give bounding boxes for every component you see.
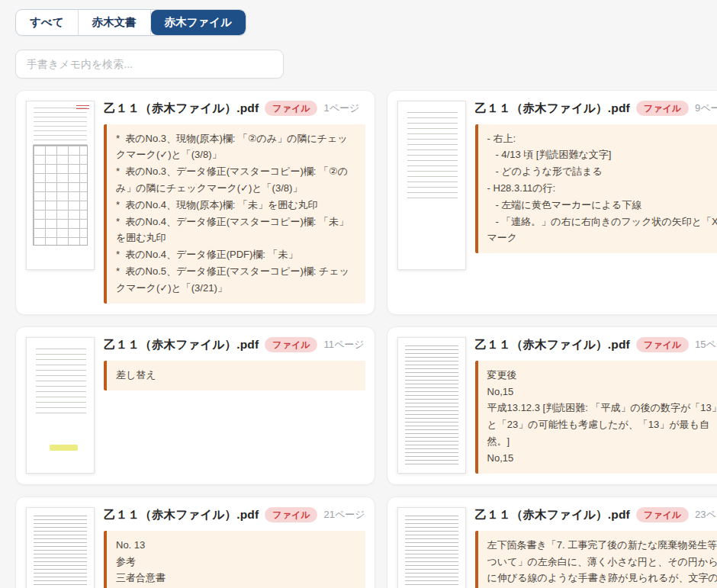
document-card[interactable]: 乙１１（赤木ファイル）.pdf ファイル 23ページ 左下箇条書き「7. 工事完… — [387, 496, 717, 588]
document-card[interactable]: 乙１１（赤木ファイル）.pdf ファイル 21ページ No. 13 参考 三者合… — [15, 496, 375, 588]
card-content: 乙１１（赤木ファイル）.pdf ファイル 11ページ 差し替え — [104, 337, 365, 474]
document-thumbnail — [26, 507, 95, 588]
card-title-row: 乙１１（赤木ファイル）.pdf ファイル 11ページ — [104, 337, 365, 353]
card-content: 乙１１（赤木ファイル）.pdf ファイル 15ページ 変更後 No,15 平成1… — [475, 337, 717, 474]
document-thumbnail — [397, 507, 466, 588]
handwritten-note-text: * 表のNo.3、現物(原本)欄: 「②のみ」の隣にチェックマーク(✓)と「(3… — [104, 124, 365, 304]
document-title: 乙１１（赤木ファイル）.pdf — [475, 337, 630, 353]
card-content: 乙１１（赤木ファイル）.pdf ファイル 23ページ 左下箇条書き「7. 工事完… — [475, 507, 717, 588]
document-title: 乙１１（赤木ファイル）.pdf — [104, 101, 259, 117]
card-content: 乙１１（赤木ファイル）.pdf ファイル 9ページ - 右上: - 4/13 頃… — [475, 101, 717, 304]
document-thumbnail — [397, 337, 466, 474]
thumbnail-text-lines — [405, 345, 458, 465]
page-number-label: 23ページ — [695, 508, 717, 522]
card-title-row: 乙１１（赤木ファイル）.pdf ファイル 1ページ — [104, 101, 365, 117]
handwritten-note-text: 左下箇条書き「7. 工事完了後の新たな廃棄物発生等について」の左余白に、薄く小さ… — [475, 531, 717, 588]
document-title: 乙１１（赤木ファイル）.pdf — [104, 337, 259, 353]
file-type-badge: ファイル — [636, 101, 689, 116]
document-card[interactable]: 乙１１（赤木ファイル）.pdf ファイル 1ページ * 表のNo.3、現物(原本… — [15, 90, 375, 315]
page-number-label: 11ページ — [323, 338, 364, 352]
search-input[interactable] — [15, 50, 284, 79]
thumbnail-text-lines — [405, 516, 458, 588]
handwritten-note-text: 変更後 No,15 平成13.12.3 [判読困難: 「平成」の後の数字が「13… — [475, 361, 717, 474]
thumbnail-text-lines — [34, 516, 87, 588]
card-title-row: 乙１１（赤木ファイル）.pdf ファイル 23ページ — [475, 507, 717, 523]
file-type-badge: ファイル — [265, 337, 317, 352]
document-thumbnail — [26, 337, 95, 474]
card-title-row: 乙１１（赤木ファイル）.pdf ファイル 9ページ — [475, 101, 717, 117]
thumbnail-text-lines — [36, 349, 86, 416]
document-search-page: すべて赤木文書赤木ファイル 乙１１（赤木ファイル）.pdf ファイル 1ページ … — [0, 0, 717, 588]
thumbnail-table-grid — [33, 145, 88, 246]
document-card[interactable]: 乙１１（赤木ファイル）.pdf ファイル 15ページ 変更後 No,15 平成1… — [387, 326, 717, 485]
tab-all[interactable]: すべて — [16, 10, 79, 35]
card-title-row: 乙１１（赤木ファイル）.pdf ファイル 15ページ — [475, 337, 717, 353]
card-content: 乙１１（赤木ファイル）.pdf ファイル 1ページ * 表のNo.3、現物(原本… — [104, 101, 365, 304]
thumbnail-red-stamp — [76, 105, 89, 111]
handwritten-note-text: 差し替え — [104, 361, 365, 390]
document-title: 乙１１（赤木ファイル）.pdf — [475, 101, 630, 117]
file-type-badge: ファイル — [636, 507, 689, 522]
tab-akagi-file[interactable]: 赤木ファイル — [151, 10, 246, 35]
page-number-label: 15ページ — [695, 338, 717, 352]
document-title: 乙１１（赤木ファイル）.pdf — [475, 507, 630, 523]
file-type-badge: ファイル — [265, 507, 317, 522]
thumbnail-text-lines — [34, 108, 87, 149]
tab-akagi-documents[interactable]: 赤木文書 — [79, 10, 151, 35]
handwritten-note-text: - 右上: - 4/13 頃 [判読困難な文字] - どのような形で詰まる - … — [475, 124, 717, 254]
document-thumbnail — [397, 101, 466, 270]
thumbnail-yellow-highlight — [50, 445, 78, 451]
thumbnail-text-lines — [407, 112, 458, 199]
page-number-label: 9ページ — [695, 101, 717, 115]
handwritten-note-text: No. 13 参考 三者合意書 ほぼ — [104, 531, 365, 588]
filter-tabs: すべて赤木文書赤木ファイル — [15, 9, 246, 36]
document-card[interactable]: 乙１１（赤木ファイル）.pdf ファイル 11ページ 差し替え — [15, 326, 375, 485]
card-title-row: 乙１１（赤木ファイル）.pdf ファイル 21ページ — [104, 507, 365, 523]
file-type-badge: ファイル — [636, 337, 689, 352]
document-title: 乙１１（赤木ファイル）.pdf — [104, 507, 259, 523]
document-thumbnail — [26, 101, 95, 270]
document-card[interactable]: 乙１１（赤木ファイル）.pdf ファイル 9ページ - 右上: - 4/13 頃… — [387, 90, 717, 315]
page-number-label: 1ページ — [323, 101, 359, 115]
page-number-label: 21ページ — [323, 508, 365, 522]
card-content: 乙１１（赤木ファイル）.pdf ファイル 21ページ No. 13 参考 三者合… — [104, 507, 365, 588]
results-grid: 乙１１（赤木ファイル）.pdf ファイル 1ページ * 表のNo.3、現物(原本… — [15, 90, 690, 588]
file-type-badge: ファイル — [265, 101, 317, 116]
